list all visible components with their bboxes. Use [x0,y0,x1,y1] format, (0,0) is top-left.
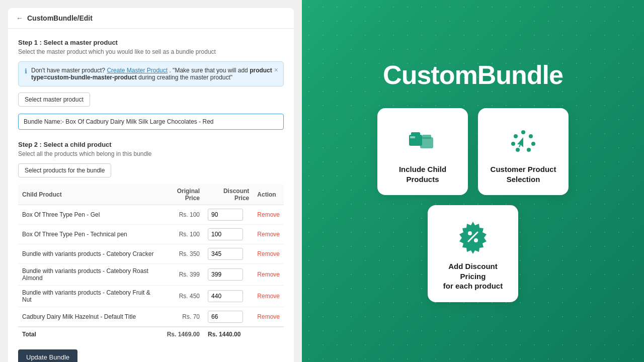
cell-action-1: Remove [253,225,284,244]
total-discount: Rs. 1440.00 [204,327,253,341]
include-child-icon [405,122,440,157]
table-row: Box Of Three Type Pen - Gel Rs. 100 Remo… [18,205,284,225]
select-master-product-button[interactable]: Select master product [18,93,90,107]
svg-point-9 [531,142,535,146]
cell-discount-3 [204,264,253,286]
svg-rect-3 [420,137,433,148]
step1-subtitle: Select the master product which you woul… [18,48,284,55]
cell-original-5: Rs. 70 [158,307,204,327]
svg-point-6 [514,134,518,138]
svg-point-7 [529,134,533,138]
back-arrow[interactable]: ← [16,14,23,22]
remove-button-4[interactable]: Remove [257,293,280,300]
cell-action-2: Remove [253,244,284,264]
total-label: Total [18,327,158,341]
svg-point-8 [511,142,515,146]
breadcrumb-title: CustomBundle/Edit [27,14,93,22]
create-master-product-link[interactable]: Create Master Product [107,67,168,74]
feature-cards-container: Include ChildProducts [377,108,569,302]
cell-original-4: Rs. 450 [158,286,204,307]
cell-product-3: Bundle with variants products - Catebory… [18,264,158,286]
total-original: Rs. 1469.00 [158,327,204,341]
svg-point-11 [527,148,531,152]
svg-rect-4 [422,135,431,139]
discount-pricing-label: Add Discount Pricingfor each product [438,261,508,291]
cell-action-5: Remove [253,307,284,327]
cell-discount-1 [204,225,253,244]
step1-section: Step 1 : Select a master product Select … [18,39,284,139]
remove-button-1[interactable]: Remove [257,231,280,238]
bundle-name-input[interactable] [18,114,284,130]
bottom-cards-row: Add Discount Pricingfor each product [377,205,569,302]
cell-product-1: Box Of Three Type Pen - Technical pen [18,225,158,244]
table-row: Box Of Three Type Pen - Technical pen Rs… [18,225,284,244]
info-text: Don't have master product? Create Master… [31,67,277,81]
cell-discount-4 [204,286,253,307]
remove-button-5[interactable]: Remove [257,313,280,320]
svg-point-5 [521,130,525,134]
customer-selection-label: Customer ProductSelection [491,164,556,184]
cell-action-3: Remove [253,264,284,286]
col-header-product: Child Product [18,185,158,205]
brand-title: CustomBundle [383,60,563,90]
remove-button-3[interactable]: Remove [257,271,280,278]
cell-action-4: Remove [253,286,284,307]
left-panel: ← CustomBundle/Edit Step 1 : Select a ma… [0,0,302,362]
col-header-original: Original Price [158,185,204,205]
col-header-discount: Discount Price [204,185,253,205]
discount-input-3[interactable] [208,268,243,281]
cell-original-2: Rs. 350 [158,244,204,264]
cell-discount-5 [204,307,253,327]
cell-original-1: Rs. 100 [158,225,204,244]
cell-discount-0 [204,205,253,225]
discount-pricing-icon [455,219,491,254]
right-panel: CustomBundle Include ChildProducts [302,0,644,362]
total-action-empty [253,327,284,341]
remove-button-2[interactable]: Remove [257,250,280,257]
info-prefix: Don't have master product? [31,67,105,74]
top-cards-row: Include ChildProducts [377,108,569,195]
discount-input-5[interactable] [208,311,243,323]
include-child-label: Include ChildProducts [399,164,446,184]
cell-action-0: Remove [253,205,284,225]
info-end: during creating the master product" [138,74,232,81]
info-banner: ℹ Don't have master product? Create Mast… [18,61,284,86]
products-table: Child Product Original Price Discount Pr… [18,185,284,341]
form-card: Step 1 : Select a master product Select … [8,29,294,362]
step2-subtitle: Select all the products which belong in … [18,150,284,157]
cell-product-2: Bundle with variants products - Catebory… [18,244,158,264]
svg-rect-2 [410,136,415,138]
discount-input-2[interactable] [208,248,243,260]
cell-product-4: Bundle with variants products - Catebory… [18,286,158,307]
cell-product-0: Box Of Three Type Pen - Gel [18,205,158,225]
svg-point-10 [516,148,520,152]
close-banner-icon[interactable]: × [274,66,278,74]
info-suffix: . "Make sure that you will add [169,67,250,74]
update-bundle-button[interactable]: Update Bundle [18,349,77,362]
select-products-button[interactable]: Select products for the bundle [18,163,111,177]
cell-original-0: Rs. 100 [158,205,204,225]
remove-button-0[interactable]: Remove [257,211,280,218]
step1-title: Step 1 : Select a master product [18,39,284,46]
info-icon: ℹ [25,67,27,75]
discount-input-4[interactable] [208,290,243,302]
discount-input-0[interactable] [208,209,243,221]
col-header-action: Action [253,185,284,205]
svg-point-12 [468,231,472,235]
total-row: Total Rs. 1469.00 Rs. 1440.00 [18,327,284,341]
step2-section: Step 2 : Select a child product Select a… [18,141,284,362]
feature-card-include-child: Include ChildProducts [377,108,468,195]
cell-discount-2 [204,244,253,264]
step2-title: Step 2 : Select a child product [18,141,284,148]
cell-product-5: Cadbury Dairy Milk Hazelnut - Default Ti… [18,307,158,327]
discount-input-1[interactable] [208,228,243,240]
feature-card-discount-pricing: Add Discount Pricingfor each product [428,205,518,302]
table-row: Bundle with variants products - Catebory… [18,264,284,286]
svg-point-13 [474,238,478,242]
table-row: Cadbury Dairy Milk Hazelnut - Default Ti… [18,307,284,327]
svg-rect-1 [411,132,420,136]
cell-original-3: Rs. 399 [158,264,204,286]
feature-card-customer-selection: Customer ProductSelection [478,108,569,195]
table-row: Bundle with variants products - Catebory… [18,244,284,264]
table-row: Bundle with variants products - Catebory… [18,286,284,307]
